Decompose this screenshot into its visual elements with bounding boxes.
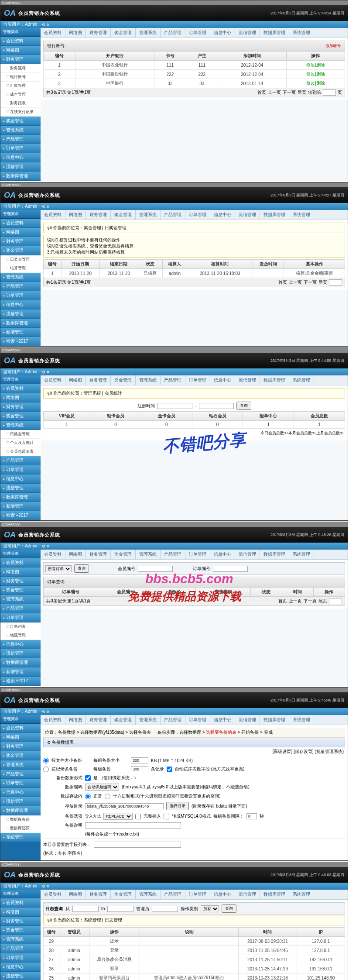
pager-next[interactable]: 下一页 [283, 89, 296, 96]
fields-input[interactable] [94, 842, 181, 848]
pager-first[interactable]: 首页 [257, 89, 266, 96]
sidebar-item[interactable]: 检索 +2017 [0, 337, 41, 346]
advanced-link[interactable]: [高级设置] [保存设置] (批量管理系统) [273, 749, 344, 754]
tabs: 会员资料 网络图 财务管理 奖金管理 管理系统 产品管理 订单管理 信息中心 流… [41, 28, 348, 38]
sidebar-item[interactable]: 信息中心 [0, 300, 41, 309]
sidebar-sub[interactable]: 财务流程 [0, 64, 41, 73]
topbar: 当前用户：Admin⟲ ✕ [0, 21, 348, 28]
totals: 今日会员总数:0 本月会员总数:0 上月会员总数:0 [43, 429, 345, 438]
order-type-select[interactable]: 所有订单 [45, 565, 72, 572]
sidebar-item[interactable]: 数据库管理 [0, 172, 41, 181]
pager-goto-input[interactable] [323, 89, 336, 96]
hex-radio[interactable] [105, 794, 110, 799]
log-admin[interactable] [152, 906, 178, 912]
add-account-link[interactable]: 添加帐号 [325, 43, 341, 49]
interval-input[interactable] [246, 813, 257, 819]
sidebar-sub[interactable]: 汇款管理 [0, 82, 41, 90]
sidebar-sub[interactable]: 财务报表 [0, 99, 41, 108]
sidebar-item[interactable]: 产品管理 [0, 282, 41, 291]
topbar-icons[interactable]: ⟲ ✕ [41, 22, 50, 27]
tab[interactable]: 流信管理 [235, 28, 260, 38]
search-button[interactable]: 查询 [222, 904, 236, 913]
sidebar-item[interactable]: 新增管理 [0, 328, 41, 337]
row-actions[interactable]: 修改|删除 [286, 79, 345, 88]
tab[interactable]: 数据库管理 [260, 28, 289, 38]
count-input[interactable] [131, 766, 148, 772]
desc-input[interactable] [85, 822, 181, 829]
tab[interactable]: 管理系统 [136, 28, 161, 38]
member-id-input[interactable] [138, 566, 173, 572]
pager-prev[interactable]: 上一页 [268, 89, 281, 96]
order-id-input[interactable] [213, 566, 248, 572]
pager-info: 共3条记录 第1页/共1页 [46, 89, 91, 96]
log-from[interactable] [72, 906, 99, 912]
tab[interactable]: 订单管理 [185, 28, 210, 38]
by-size-radio[interactable] [43, 758, 49, 763]
sidebar-item[interactable]: 流信管理 [0, 309, 41, 319]
sidebar-sub[interactable]: 银行帐号 [0, 73, 41, 82]
sidebar-item[interactable]: 网络图 [0, 228, 41, 237]
log-type-select[interactable]: 所有 [201, 905, 219, 912]
normal-radio[interactable] [85, 794, 91, 799]
pager-goto-label: 转到第 [308, 89, 321, 96]
datetime: 2017年8月3日 星期四 上午 9:44:14 星期四 [270, 10, 344, 16]
dir-input[interactable] [85, 803, 164, 809]
log-to[interactable] [107, 906, 133, 912]
sidebar-sub[interactable]: 在线支付记录 [0, 108, 41, 117]
sidebar-item[interactable]: 会员资料 [0, 37, 41, 46]
form-chk[interactable] [85, 775, 91, 781]
sidebar-item[interactable]: 网络图 [0, 46, 41, 55]
sidebar-item[interactable]: 奖金管理 [0, 246, 41, 255]
tab[interactable]: 系统管理 [289, 28, 314, 38]
auto-chk[interactable] [167, 767, 172, 772]
tab[interactable]: 奖金管理 [111, 28, 136, 38]
pager-last[interactable]: 尾页 [298, 89, 306, 96]
full-insert-chk[interactable] [135, 814, 141, 819]
sidebar-item[interactable]: 数据库管理 [0, 319, 41, 328]
tab[interactable]: 产品管理 [161, 28, 185, 38]
tab[interactable]: 财务管理 [86, 28, 111, 38]
th: 开户银行 [75, 52, 154, 61]
sidebar-item[interactable]: 管理系统 [0, 126, 41, 135]
main: 会员资料 网络图 财务管理 奖金管理 管理系统 产品管理 订单管理 信息中心 流… [41, 28, 348, 181]
row-actions[interactable]: 核算|关金金额|重新 [284, 269, 345, 278]
sidebar-item[interactable]: 订单管理 [0, 144, 41, 153]
sidebar-item[interactable]: 流信管理 [0, 162, 41, 172]
date-to[interactable] [199, 403, 234, 409]
row-actions[interactable]: 修改|删除 [286, 70, 345, 79]
company-tag: COMPANY! [0, 0, 348, 5]
encoding-select[interactable]: 自动识别编码 [85, 784, 119, 791]
tab[interactable]: 信息中心 [210, 28, 235, 38]
th: 编号 [44, 52, 75, 61]
tab[interactable]: 会员资料 [41, 28, 65, 38]
sidebar-item[interactable]: 订单管理 [0, 291, 41, 300]
sidebar-item[interactable]: 财务管理 [0, 237, 41, 246]
sidebar-item[interactable]: 产品管理 [0, 135, 41, 144]
sidebar-sub[interactable]: 结算管理 [0, 264, 41, 273]
th: 操作 [286, 52, 345, 61]
search-button[interactable]: 查询 [236, 402, 251, 410]
screen-stats: COMPANY! OA会员营销办公系统2017年8月3日 星期四 上午 9:44… [0, 347, 348, 521]
breadcrumb: 📢 你当前的位置：系统管理 | 日志管理 [43, 915, 345, 925]
search-button[interactable]: 查询 [74, 564, 89, 573]
mysql4-chk[interactable] [164, 814, 169, 819]
date-from[interactable] [157, 403, 192, 409]
sidebar-sub[interactable]: 成本管理 [0, 90, 41, 99]
import-mode-select[interactable]: REPLACE [103, 813, 133, 820]
datetime: 2017年8月3日 星期四 上午 9:44:27 星期四 [270, 193, 344, 198]
sidebar-item[interactable]: 奖金管理 [0, 117, 41, 126]
tab[interactable]: 网络图 [65, 28, 86, 38]
sidebar-sub[interactable]: 日奖金管理 [0, 255, 41, 264]
th: 卡号 [154, 52, 186, 61]
screen-bank: COMPANY! OA 会员营销办公系统 2017年8月3日 星期四 上午 9:… [0, 0, 348, 181]
size-input[interactable] [131, 757, 148, 763]
choose-dir-button[interactable]: 选择目录 [166, 802, 189, 810]
sidebar-item[interactable]: 财务管理 [0, 55, 41, 64]
company-tag: COMPANY! [0, 182, 348, 187]
row-actions[interactable]: 修改|删除 [286, 61, 345, 70]
by-count-radio[interactable] [43, 767, 49, 772]
current-user: 当前用户：Admin [3, 21, 37, 28]
sidebar-item[interactable]: 信息中心 [0, 153, 41, 162]
sidebar-item[interactable]: 会员资料 [0, 219, 41, 228]
sidebar-item[interactable]: 管理系统 [0, 273, 41, 282]
